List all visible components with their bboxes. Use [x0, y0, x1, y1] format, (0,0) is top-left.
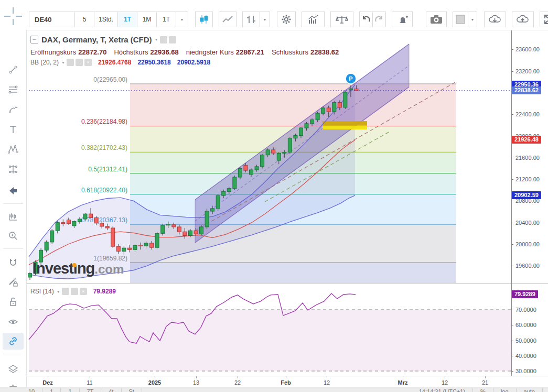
- fullscreen-button[interactable]: [540, 12, 548, 27]
- ohlc-readout: Eröffnungskurs22872.70Höchstkurs22936.68…: [30, 48, 346, 56]
- interval-more-button[interactable]: ▼: [176, 12, 188, 27]
- time-tick-mark: [403, 376, 403, 378]
- chart-type-candlestick-button[interactable]: [195, 12, 213, 27]
- pane-separator[interactable]: [26, 284, 548, 284]
- sidebar-item-trend-line[interactable]: [3, 61, 24, 78]
- price-tick-label: 21200.00: [515, 176, 540, 182]
- range-button[interactable]: 10: [21, 388, 42, 392]
- range-button[interactable]: 4t: [101, 388, 121, 392]
- time-tick-label: Mrz: [398, 379, 408, 386]
- xabcd-pattern-icon: [8, 144, 18, 155]
- scale-mode-button-auto[interactable]: auto: [517, 388, 543, 392]
- sidebar-item-curve-tool[interactable]: [3, 101, 24, 118]
- sidebar-item-long-position[interactable]: [3, 161, 24, 178]
- settings-button[interactable]: [277, 12, 296, 27]
- time-tick-mark: [286, 376, 286, 378]
- scale-mode-button-log[interactable]: log: [493, 388, 517, 392]
- cloud-download-button[interactable]: [484, 12, 506, 27]
- chart-type-more-button[interactable]: ▼: [260, 12, 270, 27]
- bb-indicator-legend: BB (20, 2)▼ ×21926.476822950.361820902.5…: [30, 59, 210, 66]
- time-tick-label: 12: [324, 379, 330, 386]
- snapshot-button[interactable]: [426, 12, 447, 27]
- time-tick-mark: [48, 376, 48, 378]
- trading-chart-app: DE4051Std.1T1M1T▼▼▼ 0(22965.00)0.236(221…: [0, 0, 548, 392]
- legend-eye-icon[interactable]: [160, 36, 167, 43]
- rsi-badge: 79.9289: [512, 290, 538, 298]
- eye-icon: [8, 317, 18, 327]
- price-tick-label: 70.0000: [515, 307, 536, 313]
- ohlc-label: Eröffnungskurs: [30, 48, 76, 56]
- sidebar-item-bar-pattern[interactable]: [3, 208, 24, 225]
- indicators-button[interactable]: [302, 12, 325, 27]
- template-more-button[interactable]: ▼: [468, 12, 477, 27]
- chevron-down-icon[interactable]: ▼: [61, 61, 65, 64]
- sidebar-item-layers[interactable]: [3, 361, 24, 377]
- long-position-icon: [8, 164, 18, 175]
- price-tick-mark: [511, 49, 513, 50]
- sidebar-item-zoom-in[interactable]: [3, 227, 24, 244]
- interval-button-1m[interactable]: 1M: [137, 12, 157, 27]
- rsi-eye-icon[interactable]: [62, 288, 69, 295]
- compare-button[interactable]: [330, 12, 353, 27]
- price-tick-label: 60.0000: [515, 322, 536, 328]
- magnet-icon: [8, 257, 18, 268]
- interval-button-1t[interactable]: 1T: [156, 12, 176, 27]
- template-button[interactable]: [453, 12, 468, 27]
- sidebar-item-lock[interactable]: [3, 293, 24, 310]
- ohlc-label: Höchstkurs: [114, 48, 148, 56]
- logo-orange-dot: [72, 263, 77, 267]
- legend-gear-icon[interactable]: [169, 36, 176, 43]
- bb-close-icon[interactable]: ×: [84, 59, 92, 66]
- scale-mode-button-percent[interactable]: %: [473, 388, 493, 392]
- sidebar-divider: [3, 354, 23, 354]
- chevron-down-icon[interactable]: ▼: [155, 38, 158, 41]
- bb-gear-icon[interactable]: [76, 59, 83, 66]
- cloud-upload-button[interactable]: [512, 12, 534, 27]
- crosshair-icon[interactable]: [4, 7, 22, 25]
- price-tick-label: 20000.00: [515, 241, 540, 247]
- time-axis[interactable]: Dez1120251322Feb12Mrz1221: [0, 376, 548, 387]
- range-button[interactable]: 1: [61, 388, 79, 392]
- price-tick-mark: [511, 310, 513, 310]
- sidebar-item-back-arrow[interactable]: [3, 182, 24, 199]
- price-tick-label: 20400.00: [515, 220, 540, 226]
- price-tick-mark: [511, 71, 513, 72]
- fib-lines-icon: [8, 84, 18, 95]
- rsi-close-icon[interactable]: ×: [80, 288, 87, 295]
- rsi-gear-icon[interactable]: [71, 288, 78, 295]
- alert-add-button[interactable]: [392, 12, 413, 27]
- undo-button[interactable]: [359, 12, 373, 27]
- range-button[interactable]: 1: [42, 388, 61, 392]
- sidebar-item-eye[interactable]: [3, 313, 24, 330]
- chart-type-line-button[interactable]: [219, 12, 237, 27]
- sidebar-item-xabcd-pattern[interactable]: [3, 141, 24, 158]
- sidebar-item-text-tool[interactable]: [3, 121, 24, 138]
- ohlc-label: niedrigster Kurs: [186, 48, 234, 56]
- chevron-down-icon[interactable]: ▼: [57, 290, 60, 293]
- time-tick-label: 13: [193, 379, 199, 386]
- interval-button-1t[interactable]: 1T: [117, 12, 137, 27]
- collapse-pane-icon[interactable]: –: [30, 36, 38, 43]
- ohlc-value: 22872.70: [78, 48, 106, 56]
- redo-button[interactable]: [372, 12, 386, 27]
- price-axis[interactable]: 23600.0023200.0022400.0022000.0021600.00…: [511, 30, 548, 376]
- chart-type-bar-button[interactable]: [242, 12, 260, 27]
- interval-button-1std.[interactable]: 1Std.: [94, 12, 118, 27]
- range-button[interactable]: 7T: [80, 388, 102, 392]
- bb-value: 21926.4768: [98, 59, 131, 66]
- symbol-input[interactable]: DE40: [29, 12, 75, 27]
- range-button[interactable]: St: [122, 388, 142, 392]
- bb-eye-icon[interactable]: [67, 59, 74, 66]
- link-icon: [8, 336, 18, 346]
- time-tick-mark: [485, 376, 486, 378]
- sidebar-item-fib-lines[interactable]: [3, 81, 24, 98]
- price-tick-mark: [511, 356, 513, 356]
- sidebar-item-link[interactable]: [3, 333, 24, 350]
- sidebar-item-drawing-lock[interactable]: [3, 274, 24, 291]
- drawing-toolbar: [0, 30, 27, 392]
- price-tick-mark: [511, 266, 513, 266]
- time-tick-label: 21: [482, 379, 488, 386]
- text-tool-icon: [8, 124, 18, 135]
- sidebar-item-magnet[interactable]: [3, 254, 24, 271]
- interval-button-5[interactable]: 5: [74, 12, 94, 27]
